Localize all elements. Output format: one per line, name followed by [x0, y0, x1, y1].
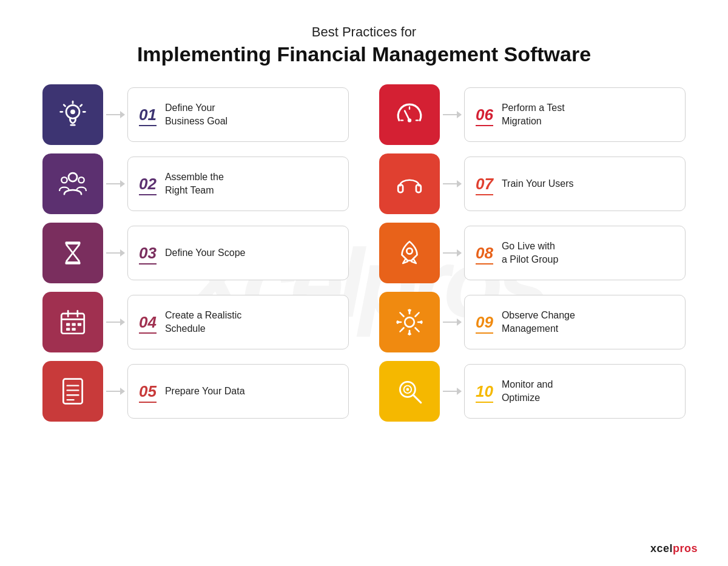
svg-line-3	[64, 105, 65, 106]
page-wrapper: Xcelpros Best Practices for Implementing…	[0, 0, 728, 566]
arrow-2	[103, 178, 127, 190]
svg-point-15	[78, 177, 84, 183]
arrow-3	[103, 247, 127, 259]
step-number-3: 03	[139, 244, 157, 263]
svg-point-14	[61, 177, 67, 183]
step-row-2: 02Assemble the Right Team	[42, 153, 349, 214]
arrow-1	[103, 109, 127, 121]
step-card-10: 10Monitor and Optimize	[464, 364, 686, 419]
arrow-10	[440, 385, 464, 397]
step-icon-6	[379, 84, 440, 145]
step-row-6: 06Perform a Test Migration	[379, 84, 686, 145]
header: Best Practices for Implementing Financia…	[137, 24, 591, 66]
arrow-9	[440, 316, 464, 328]
svg-line-4	[81, 105, 82, 106]
svg-point-39	[406, 388, 410, 391]
step-card-2: 02Assemble the Right Team	[127, 157, 349, 211]
step-icon-8	[379, 223, 440, 283]
svg-rect-18	[66, 241, 81, 244]
step-icon-2	[42, 153, 103, 214]
step-row-1: 01Define Your Business Goal	[42, 84, 349, 145]
step-number-10: 10	[476, 382, 493, 401]
svg-rect-25	[66, 323, 70, 326]
arrow-8	[440, 247, 464, 259]
step-card-7: 07Train Your Users	[464, 157, 686, 211]
step-row-7: 07Train Your Users	[379, 153, 686, 214]
step-label-8: Go Live with a Pilot Group	[502, 240, 558, 266]
step-number-1: 01	[139, 106, 157, 124]
step-label-6: Perform a Test Migration	[502, 101, 565, 127]
step-label-5: Prepare Your Data	[165, 385, 245, 398]
step-card-3: 03Define Your Scope	[127, 226, 349, 280]
step-row-4: 04Create a Realistic Schedule	[42, 292, 349, 352]
step-number-6: 06	[476, 106, 493, 124]
step-label-7: Train Your Users	[502, 177, 574, 190]
step-label-3: Define Your Scope	[165, 246, 246, 260]
step-icon-4	[42, 292, 103, 352]
step-label-10: Monitor and Optimize	[502, 378, 553, 404]
step-icon-5	[42, 361, 103, 422]
step-number-4: 04	[139, 313, 157, 332]
step-row-9: 09Observe Change Management	[379, 292, 686, 352]
svg-point-7	[70, 109, 75, 114]
svg-point-9	[408, 118, 411, 122]
svg-rect-28	[72, 328, 75, 331]
step-card-1: 01Define Your Business Goal	[127, 87, 349, 142]
step-card-5: 05Prepare Your Data	[127, 364, 349, 419]
step-icon-1	[42, 84, 103, 145]
step-number-5: 05	[139, 382, 157, 401]
svg-rect-27	[66, 328, 70, 331]
arrow-7	[440, 178, 464, 190]
step-icon-7	[379, 153, 440, 214]
step-icon-3	[42, 223, 103, 283]
step-row-10: 10Monitor and Optimize	[379, 361, 686, 422]
step-label-4: Create a Realistic Schedule	[165, 309, 241, 335]
arrow-4	[103, 316, 127, 328]
content-grid: 01Define Your Business Goal 06Perform a …	[42, 84, 686, 422]
header-subtitle: Best Practices for	[137, 24, 591, 40]
svg-rect-29	[78, 323, 81, 326]
step-number-7: 07	[476, 175, 493, 194]
step-row-5: 05Prepare Your Data	[42, 361, 349, 422]
step-label-1: Define Your Business Goal	[165, 101, 228, 127]
step-icon-9	[379, 292, 440, 352]
svg-point-20	[406, 248, 412, 254]
step-label-2: Assemble the Right Team	[165, 170, 224, 197]
svg-rect-26	[72, 323, 75, 326]
arrow-5	[103, 385, 127, 397]
step-number-9: 09	[476, 313, 493, 332]
step-card-4: 04Create a Realistic Schedule	[127, 295, 349, 349]
step-card-9: 09Observe Change Management	[464, 295, 686, 349]
step-card-6: 06Perform a Test Migration	[464, 87, 686, 142]
arrow-6	[440, 109, 464, 121]
step-icon-10	[379, 361, 440, 422]
header-title: Implementing Financial Management Softwa…	[137, 42, 591, 66]
brand-footer: xcelpros	[650, 542, 698, 555]
step-number-2: 02	[139, 175, 157, 194]
step-row-3: 03Define Your Scope	[42, 223, 349, 283]
svg-line-37	[413, 395, 421, 403]
svg-point-30	[405, 317, 414, 327]
svg-rect-19	[66, 261, 81, 264]
step-label-9: Observe Change Management	[502, 309, 575, 335]
step-card-8: 08Go Live with a Pilot Group	[464, 226, 686, 280]
step-number-8: 08	[476, 244, 493, 263]
step-row-8: 08Go Live with a Pilot Group	[379, 223, 686, 283]
svg-point-13	[69, 173, 77, 181]
